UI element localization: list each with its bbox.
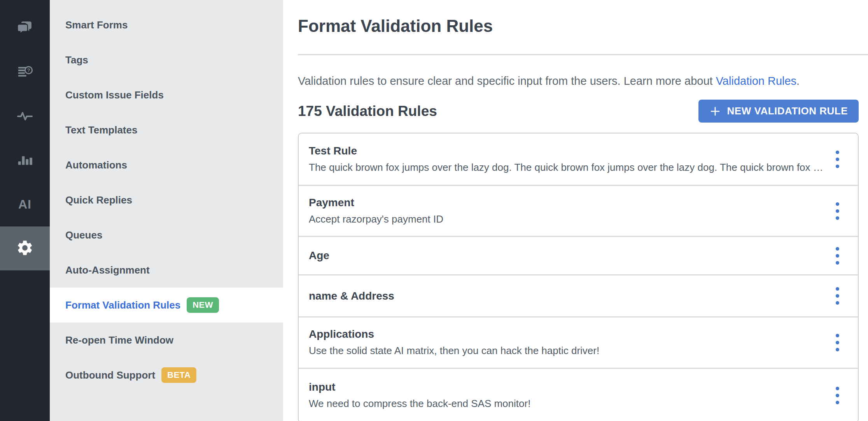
app-window: ? AI: [0, 0, 868, 421]
sidebar-item-outbound-support[interactable]: Outbound Support BETA: [50, 358, 283, 393]
rule-name: input: [309, 382, 833, 393]
nav-ai[interactable]: AI: [0, 182, 50, 226]
rule-row-payment: Payment Accept razorpay's payment ID: [299, 185, 858, 236]
sidebar-item-label: Format Validation Rules: [65, 299, 180, 311]
rule-menu-kebab[interactable]: [833, 384, 842, 407]
rule-text: name & Address: [309, 291, 833, 302]
rule-row-test-rule: Test Rule The quick brown fox jumps over…: [299, 133, 858, 185]
description-text: Validation rules to ensure clear and spe…: [298, 75, 716, 87]
kebab-dot: [836, 394, 839, 397]
rule-text: input We need to compress the back-end S…: [309, 382, 833, 409]
rule-row-age: Age: [299, 236, 858, 274]
rule-menu-kebab[interactable]: [833, 285, 842, 307]
conversations-icon: [16, 19, 34, 39]
kebab-dot: [836, 202, 839, 206]
rules-count-heading: 175 Validation Rules: [298, 104, 437, 118]
rule-row-name-address: name & Address: [299, 274, 858, 316]
sidebar-item-auto-assignment[interactable]: Auto-Assignment: [50, 253, 283, 288]
sidebar-item-label: Auto-Assignment: [65, 264, 150, 276]
rule-text: Applications Use the solid state AI matr…: [309, 329, 833, 356]
kebab-dot: [836, 254, 839, 258]
sidebar-item-label: Smart Forms: [65, 19, 128, 31]
rule-description: Use the solid state AI matrix, then you …: [309, 345, 833, 356]
kebab-dot: [836, 348, 839, 351]
sidebar-item-label: Re-open Time Window: [65, 334, 173, 346]
main-content: Format Validation Rules Validation rules…: [283, 0, 868, 421]
new-rule-button-label: NEW VALIDATION RULE: [727, 105, 848, 117]
plus-icon: [709, 105, 721, 117]
sidebar-item-label: Quick Replies: [65, 194, 132, 206]
rule-name: name & Address: [309, 291, 833, 302]
ai-icon: AI: [18, 197, 32, 212]
rule-name: Test Rule: [309, 146, 833, 156]
activity-pulse-icon: [16, 107, 34, 126]
kebab-dot: [836, 261, 839, 265]
rule-text: Test Rule The quick brown fox jumps over…: [309, 146, 833, 173]
svg-text:?: ?: [27, 67, 30, 73]
description-suffix: .: [796, 75, 800, 87]
kebab-dot: [836, 294, 839, 298]
sidebar-item-label: Tags: [65, 54, 88, 66]
rule-text: Payment Accept razorpay's payment ID: [309, 197, 833, 225]
page-title: Format Validation Rules: [298, 18, 859, 35]
validation-rules-link[interactable]: Validation Rules: [716, 75, 796, 87]
kebab-dot: [836, 334, 839, 337]
title-divider: [298, 54, 868, 55]
sidebar-item-label: Outbound Support: [65, 369, 155, 381]
sidebar-item-custom-issue-fields[interactable]: Custom Issue Fields: [50, 77, 283, 112]
rule-description: Accept razorpay's payment ID: [309, 214, 833, 225]
rule-row-applications: Applications Use the solid state AI matr…: [299, 316, 858, 368]
rule-description: We need to compress the back-end SAS mon…: [309, 398, 833, 409]
sidebar-item-reopen-time-window[interactable]: Re-open Time Window: [50, 323, 283, 358]
kebab-dot: [836, 165, 839, 168]
nav-reports[interactable]: [0, 139, 50, 182]
nav-conversations[interactable]: [0, 7, 50, 51]
help-docs-icon: ?: [16, 63, 34, 82]
rule-row-input: input We need to compress the back-end S…: [299, 368, 858, 421]
sidebar-item-automations[interactable]: Automations: [50, 147, 283, 182]
icon-rail: ? AI: [0, 0, 50, 421]
sidebar-item-smart-forms[interactable]: Smart Forms: [50, 7, 283, 42]
bar-chart-icon: [16, 151, 34, 170]
kebab-dot: [836, 151, 839, 154]
rule-description: The quick brown fox jumps over the lazy …: [309, 162, 833, 173]
rule-menu-kebab[interactable]: [833, 200, 842, 222]
kebab-dot: [836, 341, 839, 344]
sidebar-item-label: Text Templates: [65, 124, 137, 136]
sidebar-item-format-validation-rules[interactable]: Format Validation Rules NEW: [50, 288, 283, 323]
sidebar-item-tags[interactable]: Tags: [50, 42, 283, 77]
new-validation-rule-button[interactable]: NEW VALIDATION RULE: [698, 100, 859, 123]
kebab-dot: [836, 216, 839, 220]
sidebar-item-label: Automations: [65, 159, 127, 171]
rule-name: Applications: [309, 329, 833, 340]
kebab-dot: [836, 301, 839, 305]
sidebar-item-text-templates[interactable]: Text Templates: [50, 112, 283, 147]
kebab-dot: [836, 387, 839, 390]
kebab-dot: [836, 247, 839, 251]
sidebar-item-label: Custom Issue Fields: [65, 89, 164, 101]
list-header: 175 Validation Rules NEW VALIDATION RULE: [298, 100, 859, 123]
kebab-dot: [836, 287, 839, 291]
rule-menu-kebab[interactable]: [833, 148, 842, 170]
rule-menu-kebab[interactable]: [833, 245, 842, 267]
page-description: Validation rules to ensure clear and spe…: [298, 75, 859, 87]
kebab-dot: [836, 209, 839, 213]
validation-rules-list: Test Rule The quick brown fox jumps over…: [298, 133, 859, 421]
nav-activity[interactable]: [0, 95, 50, 139]
beta-badge: BETA: [161, 367, 196, 383]
settings-sidebar: Smart Forms Tags Custom Issue Fields Tex…: [50, 0, 283, 421]
new-badge: NEW: [187, 297, 219, 313]
nav-settings[interactable]: [0, 226, 50, 270]
sidebar-item-quick-replies[interactable]: Quick Replies: [50, 182, 283, 218]
kebab-dot: [836, 158, 839, 161]
sidebar-item-label: Queues: [65, 229, 102, 241]
kebab-dot: [836, 401, 839, 404]
rule-name: Age: [309, 250, 833, 261]
gear-icon: [16, 239, 34, 258]
sidebar-item-queues[interactable]: Queues: [50, 218, 283, 253]
rule-text: Age: [309, 250, 833, 261]
rule-name: Payment: [309, 197, 833, 208]
nav-help-docs[interactable]: ?: [0, 51, 50, 95]
rule-menu-kebab[interactable]: [833, 332, 842, 354]
